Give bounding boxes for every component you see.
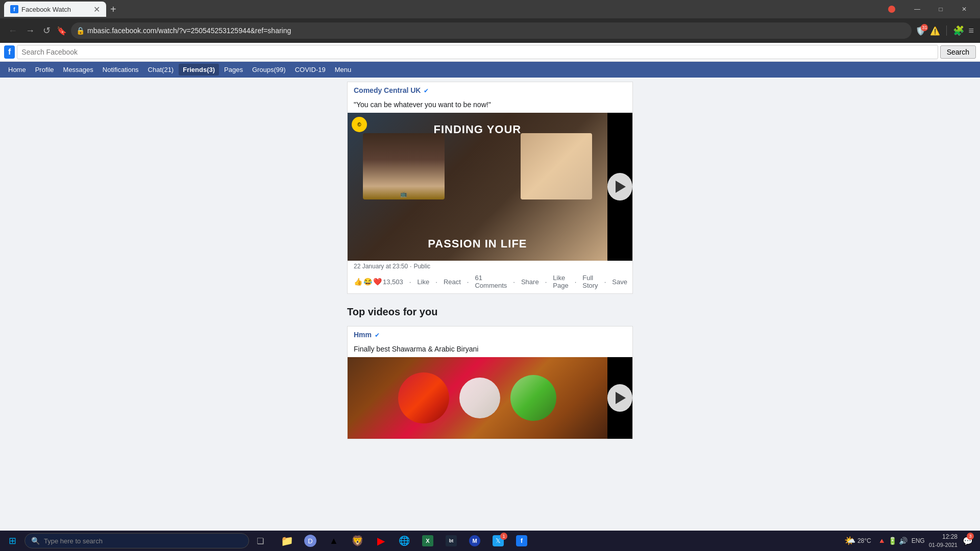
tab-close-button[interactable]: ✕ [93, 5, 100, 14]
forward-button[interactable]: → [23, 23, 37, 38]
address-input[interactable] [71, 22, 912, 39]
post-video[interactable]: 📺 © FINDING YOUR PASSION IN LIFE [348, 113, 632, 261]
react-button[interactable]: React [444, 278, 461, 286]
like-button[interactable]: Like [417, 278, 429, 286]
system-tray: 🌤️ 28°C 🔺 🔋 🔊 ENG 12:28 01-09-2021 💬 3 [840, 531, 980, 551]
facebook-nav-links: Home Profile Messages Notifications Chat… [0, 62, 980, 78]
play-button[interactable] [607, 173, 632, 201]
reload-button[interactable]: ↺ [41, 23, 53, 38]
save-button[interactable]: Save [612, 278, 627, 286]
minimize-button[interactable]: — [905, 0, 929, 18]
youtube-icon[interactable]: ▶ [370, 531, 392, 551]
love-emoji: ❤️ [373, 278, 382, 286]
video-thumbnail: 📺 © FINDING YOUR PASSION IN LIFE [348, 113, 607, 261]
post-date: 22 January at 23:50 [354, 263, 408, 270]
post-text: "You can be whatever you want to be now!… [348, 98, 632, 113]
weather-widget[interactable]: 🌤️ 28°C [840, 535, 875, 546]
facebook-search-button[interactable]: Search [940, 45, 976, 59]
bit-icon[interactable]: bt [440, 531, 462, 551]
share-button[interactable]: Share [521, 278, 539, 286]
bit-logo: bt [446, 535, 457, 546]
reaction-count: 13,503 [383, 278, 403, 286]
post-meta: 22 January at 23:50 · Public [348, 261, 632, 272]
taskbar-search-icon: 🔍 [31, 537, 40, 545]
nav-groups[interactable]: Groups(99) [248, 64, 290, 76]
notification-count-badge: 3 [967, 533, 974, 540]
nav-pages[interactable]: Pages [220, 64, 247, 76]
actions-sep1: · [409, 278, 411, 286]
notification-center-button[interactable]: 💬 3 [960, 531, 976, 551]
comments-button[interactable]: 61 Comments [475, 274, 507, 289]
lock-icon: 🔒 [76, 27, 85, 35]
nav-home[interactable]: Home [4, 64, 30, 76]
google-drive-icon[interactable]: ▲ [323, 531, 345, 551]
actions-sep6: · [575, 278, 577, 286]
discord-icon[interactable]: D [299, 531, 322, 551]
food-thumbnail [348, 357, 607, 439]
taskbar-search-bar[interactable]: 🔍 Type here to search [24, 533, 249, 548]
actions-sep5: · [545, 278, 547, 286]
shield-badge: 31 [921, 24, 928, 31]
post-author[interactable]: Comedy Central UK [354, 86, 421, 94]
file-explorer-icon[interactable]: 📁 [276, 531, 298, 551]
actions-sep2: · [435, 278, 437, 286]
actions-sep4: · [513, 278, 515, 286]
video2-verified: ✔ [375, 332, 380, 339]
main-feed: Comedy Central UK ✔ "You can be whatever… [0, 78, 980, 443]
volume-icon[interactable]: 🔊 [899, 537, 908, 545]
new-tab-button[interactable]: + [110, 4, 116, 15]
thumbnail-left-label: 📺 [400, 191, 407, 197]
like-page-button[interactable]: Like Page [553, 274, 568, 289]
thumbnail-left: 📺 [363, 133, 445, 199]
brave-browser-icon[interactable]: 🦁 [346, 531, 369, 551]
full-story-button[interactable]: Full Story [582, 274, 598, 289]
bookmark-button[interactable]: 🔖 [57, 26, 67, 36]
nav-messages[interactable]: Messages [59, 64, 97, 76]
back-button[interactable]: ← [6, 23, 19, 38]
facebook-taskbar-icon[interactable]: f [510, 531, 533, 551]
video2-play-button[interactable] [607, 384, 632, 412]
language-indicator[interactable]: ENG [910, 537, 927, 544]
actions-sep7: · [604, 278, 606, 286]
task-view-button[interactable]: ❏ [249, 531, 272, 551]
tab-bar: f Facebook Watch ✕ + — □ ✕ [0, 0, 980, 18]
twitter-icon[interactable]: 𝕏 1 [487, 531, 509, 551]
active-tab[interactable]: f Facebook Watch ✕ [4, 2, 106, 17]
video2-author[interactable]: Hmm [354, 331, 372, 339]
nav-menu[interactable]: Menu [331, 64, 356, 76]
facebook-taskbar-logo: f [516, 535, 527, 546]
network-icon[interactable]: 🔺 [877, 537, 886, 545]
start-button[interactable]: ⊞ [0, 531, 24, 551]
taskbar: ⊞ 🔍 Type here to search ❏ 📁 D ▲ 🦁 ▶ [0, 531, 980, 551]
chrome-icon[interactable]: 🌐 [393, 531, 415, 551]
clock-widget[interactable]: 12:28 01-09-2021 [929, 533, 958, 548]
nav-notifications[interactable]: Notifications [99, 64, 143, 76]
address-bar-row: ← → ↺ 🔖 🔒 🛡️ 31 ⚠️ 🧩 ≡ [0, 18, 980, 43]
browser-menu-button[interactable]: ≡ [968, 26, 974, 36]
facebook-nav: f Search Home Profile Messages Notificat… [0, 43, 980, 78]
extensions-icon[interactable]: 🧩 [953, 25, 964, 36]
video2-container[interactable] [348, 357, 632, 439]
maximize-button[interactable]: □ [929, 0, 952, 18]
task-view-icon: ❏ [257, 536, 264, 546]
nav-chat[interactable]: Chat(21) [144, 64, 178, 76]
nav-friends[interactable]: Friends(3) [179, 64, 219, 76]
food-items [348, 357, 607, 439]
warning-icon[interactable]: ⚠️ [930, 26, 940, 36]
excel-icon[interactable]: X [416, 531, 439, 551]
excel-logo: X [422, 535, 433, 546]
facebook-search-input[interactable] [17, 45, 938, 59]
nav-profile[interactable]: Profile [31, 64, 58, 76]
feed-column: Comedy Central UK ✔ "You can be whatever… [347, 78, 633, 443]
actions-sep3: · [467, 278, 469, 286]
post-reactions: 👍 😂 ❤️ 13,503 [354, 278, 403, 286]
twitter-notification-badge: 1 [500, 533, 507, 540]
brave-logo: 🦁 [351, 535, 364, 547]
battery-icon[interactable]: 🔋 [888, 537, 897, 545]
play-triangle-icon [616, 181, 626, 193]
close-button[interactable]: ✕ [952, 0, 976, 18]
nav-covid[interactable]: COVID-19 [291, 64, 330, 76]
maverick-icon[interactable]: M [463, 531, 486, 551]
video-text-bottom: PASSION IN LIFE [348, 237, 607, 251]
mav-logo: M [469, 535, 480, 546]
